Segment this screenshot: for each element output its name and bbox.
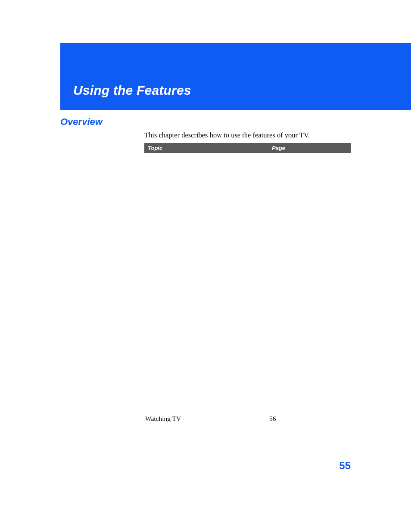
table-header-row: Topic Page — [144, 143, 351, 153]
topic-cell: Watching TV — [144, 153, 268, 532]
page-cell: 56 — [268, 153, 351, 532]
header-page: Page — [268, 143, 351, 153]
intro-paragraph: This chapter describes how to use the fe… — [144, 131, 351, 140]
document-page: Using the Features Overview This chapter… — [0, 0, 411, 532]
chapter-banner: Using the Features — [60, 43, 411, 110]
header-topic: Topic — [144, 143, 268, 153]
table-row: Watching TV 56 — [144, 153, 351, 532]
chapter-title: Using the Features — [73, 83, 191, 98]
topics-table: Topic Page Watching TV 56 Using the Scro… — [144, 143, 351, 532]
section-title: Overview — [60, 116, 103, 128]
page-number: 55 — [339, 460, 351, 472]
